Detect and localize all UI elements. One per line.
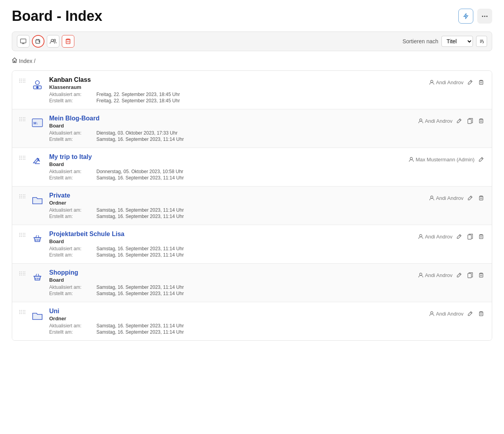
svg-rect-33	[468, 119, 471, 124]
board-item: ⠿⠿ M↓ Mein Blog-Board Board Aktualisiert…	[12, 109, 492, 148]
updated-label: Aktualisiert am:	[49, 92, 96, 97]
board-owner: Andi Androv	[418, 118, 452, 124]
board-type-label: Board	[49, 123, 414, 129]
sort-select[interactable]: Titel Datum Name	[441, 36, 473, 47]
created-label: Erstellt am:	[49, 291, 96, 296]
board-actions: Andi Androv	[429, 309, 486, 318]
board-content: My trip to Italy Board Aktualisiert am: …	[49, 153, 404, 181]
delete-item-icon[interactable]	[477, 116, 486, 125]
board-title[interactable]: Kanban Class	[49, 76, 425, 83]
copy-icon[interactable]	[466, 271, 474, 279]
delete-item-icon[interactable]	[477, 271, 486, 279]
board-actions: Andi Androv	[418, 116, 486, 125]
manage-users-button[interactable]	[47, 35, 59, 48]
board-content: Projektarbeit Schule Lisa Board Aktualis…	[49, 231, 414, 258]
updated-label: Aktualisiert am:	[49, 246, 96, 251]
copy-icon[interactable]	[466, 116, 474, 125]
add-board-button[interactable]	[32, 35, 44, 48]
updated-value: Samstag, 16. September 2023, 11:14 Uhr	[96, 246, 414, 251]
board-title[interactable]: Private	[49, 192, 425, 199]
board-owner: Andi Androv	[418, 272, 452, 278]
svg-rect-64	[480, 274, 483, 277]
delete-item-icon[interactable]	[477, 309, 486, 318]
updated-label: Aktualisiert am:	[49, 323, 96, 329]
board-item: ⠿⠿ Uni Ordner Aktualisiert am: Samstag, …	[12, 302, 492, 340]
svg-point-41	[430, 196, 433, 198]
updated-value: Samstag, 16. September 2023, 11:14 Uhr	[96, 207, 425, 213]
edit-icon[interactable]	[455, 271, 463, 279]
board-meta: Aktualisiert am: Freitag, 22. September …	[49, 92, 425, 103]
drag-handle[interactable]: ⠿⠿	[18, 116, 26, 123]
board-type-icon	[30, 270, 44, 284]
edit-icon[interactable]	[466, 194, 474, 202]
svg-rect-52	[468, 235, 471, 239]
board-title[interactable]: My trip to Italy	[49, 153, 404, 161]
created-label: Erstellt am:	[49, 175, 96, 181]
edit-icon[interactable]	[466, 78, 474, 87]
created-label: Erstellt am:	[49, 137, 96, 142]
toolbar-right: Sortieren nach Titel Datum Name	[402, 36, 487, 47]
updated-label: Aktualisiert am:	[49, 169, 96, 174]
drag-handle[interactable]: ⠿⠿	[18, 194, 26, 200]
board-owner: Andi Androv	[429, 311, 463, 317]
edit-icon[interactable]	[477, 155, 486, 164]
board-title[interactable]: Projektarbeit Schule Lisa	[49, 231, 414, 238]
sort-direction-button[interactable]	[476, 36, 487, 47]
board-meta: Aktualisiert am: Donnerstag, 05. Oktober…	[49, 169, 404, 181]
created-value: Freitag, 22. September 2023, 18:45 Uhr	[96, 98, 425, 103]
svg-point-67	[430, 312, 433, 314]
edit-icon[interactable]	[466, 309, 474, 318]
created-value: Samstag, 16. September 2023, 11:14 Uhr	[96, 214, 425, 219]
toolbar-left	[17, 35, 74, 48]
drag-handle[interactable]: ⠿⠿	[18, 309, 26, 316]
board-type-label: Ordner	[49, 200, 425, 206]
updated-value: Donnerstag, 05. Oktober 2023, 10:58 Uhr	[96, 169, 404, 174]
delete-item-icon[interactable]	[477, 78, 486, 87]
updated-value: Samstag, 16. September 2023, 11:14 Uhr	[96, 284, 414, 290]
lightning-button[interactable]	[458, 9, 473, 24]
svg-rect-12	[66, 40, 70, 44]
page-title: Board - Index	[12, 8, 102, 24]
svg-point-31	[419, 119, 422, 121]
board-title[interactable]: Shopping	[49, 269, 414, 276]
delete-item-icon[interactable]	[477, 232, 486, 241]
copy-icon[interactable]	[466, 232, 474, 241]
drag-handle[interactable]: ⠿⠿	[18, 78, 26, 84]
updated-value: Dienstag, 03. Oktober 2023, 17:33 Uhr	[96, 130, 414, 136]
edit-icon[interactable]	[455, 116, 463, 125]
board-owner: Andi Androv	[429, 195, 463, 201]
toolbar: Sortieren nach Titel Datum Name	[12, 31, 492, 51]
board-actions: Andi Androv	[418, 271, 486, 279]
board-content: Shopping Board Aktualisiert am: Samstag,…	[49, 269, 414, 296]
svg-rect-62	[468, 273, 471, 278]
view-toggle-button[interactable]	[17, 35, 30, 48]
svg-rect-35	[480, 120, 483, 123]
board-actions: Andi Androv	[429, 78, 486, 87]
svg-point-39	[410, 157, 413, 160]
created-label: Erstellt am:	[49, 214, 96, 219]
delete-button[interactable]	[62, 35, 74, 48]
board-meta: Aktualisiert am: Dienstag, 03. Oktober 2…	[49, 130, 414, 142]
board-type-icon	[30, 231, 44, 246]
drag-handle[interactable]: ⠿⠿	[18, 232, 26, 238]
board-type-label: Board	[49, 238, 414, 244]
breadcrumb-text: Index /	[19, 58, 35, 64]
drag-handle[interactable]: ⠿⠿	[18, 155, 26, 161]
board-item: ⠿⠿ My trip to Italy Board Aktualisiert a…	[12, 148, 492, 187]
drag-handle[interactable]: ⠿⠿	[18, 271, 26, 277]
svg-rect-54	[480, 235, 483, 239]
delete-item-icon[interactable]	[477, 194, 486, 202]
more-options-button[interactable]: ···	[477, 9, 492, 24]
board-title[interactable]: Mein Blog-Board	[49, 115, 414, 122]
board-meta: Aktualisiert am: Samstag, 16. September …	[49, 284, 414, 296]
board-item: ⠿⠿ Shopping Board Aktualisiert am: Samst…	[12, 264, 492, 302]
board-meta: Aktualisiert am: Samstag, 16. September …	[49, 207, 425, 219]
board-type-label: Board	[49, 161, 404, 167]
board-title[interactable]: Uni	[49, 308, 425, 315]
board-type-label: Ordner	[49, 316, 425, 321]
board-content: Uni Ordner Aktualisiert am: Samstag, 16.…	[49, 308, 425, 335]
svg-point-10	[54, 39, 55, 41]
updated-label: Aktualisiert am:	[49, 207, 96, 213]
edit-icon[interactable]	[455, 232, 463, 241]
created-label: Erstellt am:	[49, 252, 96, 258]
